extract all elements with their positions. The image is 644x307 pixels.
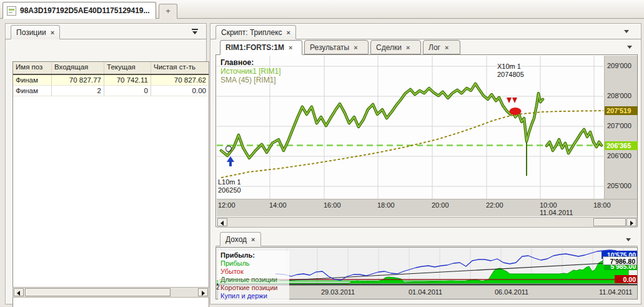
tab-label: Лог: [429, 43, 440, 52]
y-tick: 208'000: [607, 92, 632, 99]
positions-tab[interactable]: Позиции ×: [11, 25, 60, 39]
entry-annotation-line1: L10m 1: [218, 178, 241, 186]
y-tick: 209'000: [607, 62, 632, 69]
divider: [215, 246, 638, 246]
chart-legend: Главное: Источник1 [RIM1] SMA (45) [RIM1…: [220, 58, 281, 84]
x-tick: 14:00: [269, 201, 287, 209]
document-tab[interactable]: 98A3D197192D5AE40D1175129419...: [2, 2, 156, 19]
script-tab[interactable]: Скрипт: Триплекс ×: [215, 25, 296, 39]
tab-label: RIM1:FORTS:1M: [225, 43, 284, 52]
income-legend-title: Прибыль:: [220, 251, 287, 259]
date-label: 11.04.2011: [540, 209, 573, 216]
income-legend: Прибыль: Прибыль Убыток Длинные позиции …: [218, 251, 289, 301]
y-tick: 205'000: [607, 182, 632, 189]
legend-item-buyhold: Купил и держи: [220, 292, 287, 300]
script-tab-label: Скрипт: Триплекс: [221, 28, 282, 37]
scroll-left-arrow[interactable]: [217, 218, 227, 226]
document-icon: [7, 6, 16, 16]
legend-item-source: Источник1 [RIM1]: [220, 67, 281, 76]
value-tag-equity: 7'986.80: [603, 256, 637, 265]
time-axis[interactable]: 12:00 14:00 16:00 18:00 20:00 22:00 10:0…: [217, 199, 637, 216]
column-header-current[interactable]: Текущая: [104, 62, 151, 74]
x-tick: 20:00: [432, 201, 449, 209]
cell-name: Финам: [13, 75, 52, 85]
legend-item-sma: SMA (45) [RIM1]: [220, 76, 281, 84]
pin-window-icon[interactable]: [192, 29, 198, 34]
positions-tab-label: Позиции: [16, 28, 46, 37]
positions-hscrollbar[interactable]: [12, 287, 209, 298]
close-icon[interactable]: ×: [445, 44, 448, 51]
cell-net: 0.00: [151, 86, 209, 96]
y-tick: 207'000: [607, 122, 632, 129]
document-tab-title: 98A3D197192D5AE40D1175129419...: [20, 6, 150, 15]
y-tick: 206'000: [607, 152, 632, 159]
column-header-net[interactable]: Чистая ст-ть: [151, 62, 209, 74]
x-tick: 10:00: [540, 201, 557, 209]
close-icon[interactable]: ×: [251, 236, 255, 243]
income-tab[interactable]: Доход ×: [220, 232, 261, 246]
tab-chart-rim1[interactable]: RIM1:FORTS:1M ×: [220, 40, 302, 55]
close-icon[interactable]: ×: [287, 29, 290, 36]
cell-current: 0: [104, 86, 151, 96]
exit-annotation: X10m 1 2074805: [497, 63, 524, 79]
price-axis[interactable]: 209'000 208'000 207'000 206'000 205'000 …: [604, 56, 637, 199]
close-icon[interactable]: ×: [51, 29, 54, 36]
positions-panel: Позиции × Имя поз Входящая Текущая Чиста…: [5, 23, 207, 304]
cell-incoming: 2: [52, 86, 104, 96]
cell-name: Финам: [13, 86, 52, 96]
value-tag-loss: 0.00: [615, 275, 637, 283]
chart-hscrollbar[interactable]: [217, 217, 637, 228]
tab-log[interactable]: Лог ×: [423, 40, 460, 54]
scroll-left-arrow[interactable]: [14, 288, 24, 296]
table-row[interactable]: Финам 2 0 0.00: [13, 86, 209, 96]
exit-annotation-line2: 2074805: [497, 71, 524, 79]
price-chart-plot[interactable]: Главное: Источник1 [RIM1] SMA (45) [RIM1…: [217, 56, 604, 199]
date-tick: 11.04.2011: [599, 288, 632, 296]
column-header-incoming[interactable]: Входящая: [52, 62, 104, 74]
cell-current: 70 742.11: [104, 75, 151, 85]
positions-table: Имя поз Входящая Текущая Чистая ст-ть Фи…: [12, 61, 209, 307]
legend-item-longs: Длинные позиции: [220, 276, 287, 284]
tabs-menu-chevron-down-icon[interactable]: [627, 46, 632, 49]
date-tick: 29.03.2011: [321, 288, 355, 296]
x-tick: 18:00: [593, 201, 611, 209]
panel-menu-chevron-down-icon[interactable]: [624, 30, 629, 33]
last-price-tag: 206'365: [605, 141, 638, 150]
exit-annotation-line1: X10m 1: [497, 63, 524, 71]
scroll-right-arrow[interactable]: [627, 218, 637, 226]
x-tick: 16:00: [324, 201, 341, 209]
income-tab-label: Доход: [225, 235, 247, 244]
scrollbar-thumb[interactable]: [25, 288, 171, 296]
legend-item-profit: Прибыль: [220, 259, 287, 268]
date-tick: 01.04.2011: [409, 288, 442, 296]
income-menu-chevron-down-icon[interactable]: [626, 238, 631, 241]
column-header-name[interactable]: Имя поз: [13, 62, 52, 74]
tab-results[interactable]: Результаты ×: [304, 40, 369, 54]
scroll-right-arrow[interactable]: [198, 288, 208, 296]
document-tabbar: 98A3D197192D5AE40D1175129419... +: [0, 0, 644, 19]
sma-price-tag: 207'519: [605, 106, 638, 115]
close-icon[interactable]: ×: [406, 44, 410, 51]
legend-item-shorts: Короткие позиции: [220, 284, 287, 292]
left-axis-tick: 2: [216, 284, 220, 291]
cell-net: 70 827.62: [151, 75, 209, 85]
table-row[interactable]: Финам 70 827.77 70 742.11 70 827.62: [13, 75, 209, 86]
new-tab-button[interactable]: +: [159, 4, 177, 19]
tab-label: Результаты: [310, 43, 349, 52]
income-chart: Прибыль: Прибыль Убыток Длинные позиции …: [215, 247, 638, 299]
x-tick: 12:00: [218, 201, 235, 209]
close-icon[interactable]: ×: [289, 44, 292, 51]
legend-item-loss: Убыток: [220, 268, 287, 276]
date-tick: 06.04.2011: [495, 288, 528, 296]
tab-trades[interactable]: Сделки ×: [370, 40, 421, 54]
application-window: 98A3D197192D5AE40D1175129419... + Позици…: [0, 0, 644, 307]
tab-label: Сделки: [376, 43, 402, 52]
close-icon[interactable]: ×: [354, 44, 357, 51]
entry-annotation-line2: 206250: [218, 186, 241, 194]
main-chart: Главное: Источник1 [RIM1] SMA (45) [RIM1…: [215, 54, 638, 227]
x-tick: 18:00: [377, 201, 395, 209]
scrollbar-thumb[interactable]: [593, 218, 626, 226]
table-header-row: Имя поз Входящая Текущая Чистая ст-ть: [13, 62, 209, 75]
legend-title: Главное:: [220, 58, 281, 67]
entry-annotation: L10m 1 206250: [218, 178, 241, 194]
